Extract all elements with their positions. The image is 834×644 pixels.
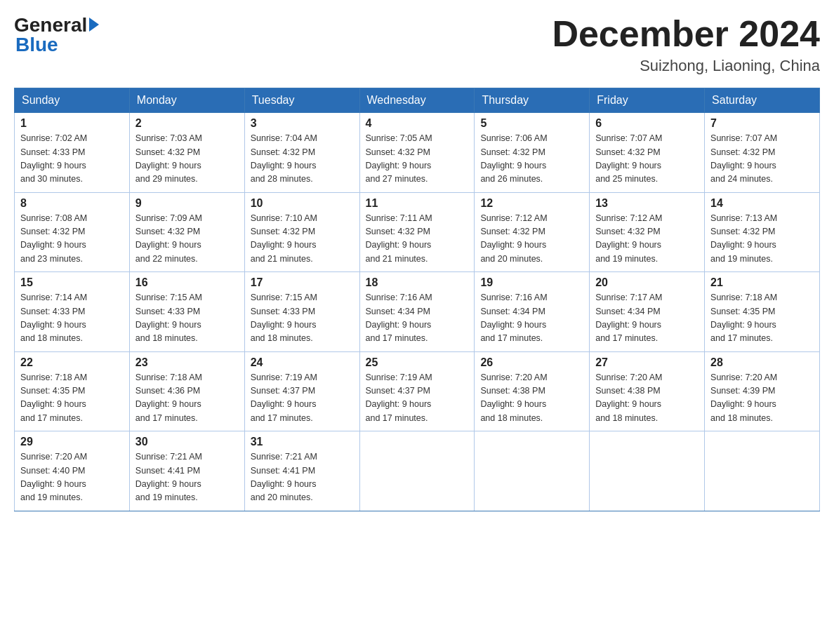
day-number: 20	[595, 276, 699, 289]
day-number: 5	[480, 117, 583, 130]
day-info: Sunrise: 7:07 AM Sunset: 4:32 PM Dayligh…	[710, 132, 814, 187]
day-number: 1	[20, 117, 124, 130]
day-info: Sunrise: 7:21 AM Sunset: 4:41 PM Dayligh…	[251, 450, 354, 505]
calendar-header-tuesday: Tuesday	[244, 88, 359, 113]
calendar-cell: 18 Sunrise: 7:16 AM Sunset: 4:34 PM Dayl…	[359, 272, 475, 352]
day-info: Sunrise: 7:04 AM Sunset: 4:32 PM Dayligh…	[251, 132, 354, 187]
calendar-cell: 11 Sunrise: 7:11 AM Sunset: 4:32 PM Dayl…	[359, 192, 475, 272]
day-info: Sunrise: 7:07 AM Sunset: 4:32 PM Dayligh…	[595, 132, 699, 187]
calendar-cell: 9 Sunrise: 7:09 AM Sunset: 4:32 PM Dayli…	[129, 192, 244, 272]
day-info: Sunrise: 7:20 AM Sunset: 4:40 PM Dayligh…	[20, 450, 124, 505]
day-info: Sunrise: 7:18 AM Sunset: 4:36 PM Dayligh…	[135, 371, 239, 426]
day-number: 9	[135, 197, 239, 210]
calendar-cell: 21 Sunrise: 7:18 AM Sunset: 4:35 PM Dayl…	[705, 272, 820, 352]
calendar-cell: 8 Sunrise: 7:08 AM Sunset: 4:32 PM Dayli…	[15, 192, 130, 272]
calendar-week-row: 1 Sunrise: 7:02 AM Sunset: 4:33 PM Dayli…	[15, 113, 820, 193]
page-header: General Blue December 2024 Suizhong, Lia…	[14, 14, 820, 75]
day-info: Sunrise: 7:15 AM Sunset: 4:33 PM Dayligh…	[251, 291, 354, 346]
day-info: Sunrise: 7:12 AM Sunset: 4:32 PM Dayligh…	[595, 212, 699, 267]
calendar-week-row: 15 Sunrise: 7:14 AM Sunset: 4:33 PM Dayl…	[15, 272, 820, 352]
calendar-cell: 2 Sunrise: 7:03 AM Sunset: 4:32 PM Dayli…	[129, 113, 244, 193]
calendar-cell: 31 Sunrise: 7:21 AM Sunset: 4:41 PM Dayl…	[244, 431, 359, 511]
day-info: Sunrise: 7:09 AM Sunset: 4:32 PM Dayligh…	[135, 212, 239, 267]
day-number: 12	[480, 197, 583, 210]
day-info: Sunrise: 7:08 AM Sunset: 4:32 PM Dayligh…	[20, 212, 124, 267]
day-number: 14	[710, 197, 814, 210]
calendar-cell: 13 Sunrise: 7:12 AM Sunset: 4:32 PM Dayl…	[590, 192, 705, 272]
calendar-cell: 4 Sunrise: 7:05 AM Sunset: 4:32 PM Dayli…	[359, 113, 475, 193]
calendar-cell: 5 Sunrise: 7:06 AM Sunset: 4:32 PM Dayli…	[475, 113, 590, 193]
calendar-cell	[590, 431, 705, 511]
day-number: 4	[366, 117, 469, 130]
calendar-cell	[705, 431, 820, 511]
calendar-cell: 20 Sunrise: 7:17 AM Sunset: 4:34 PM Dayl…	[590, 272, 705, 352]
calendar-cell: 3 Sunrise: 7:04 AM Sunset: 4:32 PM Dayli…	[244, 113, 359, 193]
day-number: 11	[366, 197, 469, 210]
day-number: 3	[251, 117, 354, 130]
day-info: Sunrise: 7:02 AM Sunset: 4:33 PM Dayligh…	[20, 132, 124, 187]
day-number: 24	[251, 356, 354, 369]
day-number: 15	[20, 276, 124, 289]
day-info: Sunrise: 7:18 AM Sunset: 4:35 PM Dayligh…	[20, 371, 124, 426]
day-number: 2	[135, 117, 239, 130]
day-info: Sunrise: 7:03 AM Sunset: 4:32 PM Dayligh…	[135, 132, 239, 187]
calendar-header-row: SundayMondayTuesdayWednesdayThursdayFrid…	[15, 88, 820, 113]
day-number: 13	[595, 197, 699, 210]
calendar-week-row: 29 Sunrise: 7:20 AM Sunset: 4:40 PM Dayl…	[15, 431, 820, 511]
day-info: Sunrise: 7:20 AM Sunset: 4:38 PM Dayligh…	[595, 371, 699, 426]
logo: General Blue	[14, 14, 100, 56]
day-number: 6	[595, 117, 699, 130]
calendar-header-wednesday: Wednesday	[359, 88, 475, 113]
calendar-cell: 10 Sunrise: 7:10 AM Sunset: 4:32 PM Dayl…	[244, 192, 359, 272]
calendar-table: SundayMondayTuesdayWednesdayThursdayFrid…	[14, 88, 820, 511]
calendar-week-row: 8 Sunrise: 7:08 AM Sunset: 4:32 PM Dayli…	[15, 192, 820, 272]
calendar-cell: 28 Sunrise: 7:20 AM Sunset: 4:39 PM Dayl…	[705, 351, 820, 431]
day-info: Sunrise: 7:10 AM Sunset: 4:32 PM Dayligh…	[251, 212, 354, 267]
calendar-cell: 26 Sunrise: 7:20 AM Sunset: 4:38 PM Dayl…	[475, 351, 590, 431]
calendar-cell: 16 Sunrise: 7:15 AM Sunset: 4:33 PM Dayl…	[129, 272, 244, 352]
day-number: 8	[20, 197, 124, 210]
day-info: Sunrise: 7:21 AM Sunset: 4:41 PM Dayligh…	[135, 450, 239, 505]
logo-arrow-icon	[89, 18, 99, 32]
calendar-header-saturday: Saturday	[705, 88, 820, 113]
day-info: Sunrise: 7:14 AM Sunset: 4:33 PM Dayligh…	[20, 291, 124, 346]
calendar-cell: 23 Sunrise: 7:18 AM Sunset: 4:36 PM Dayl…	[129, 351, 244, 431]
day-info: Sunrise: 7:05 AM Sunset: 4:32 PM Dayligh…	[366, 132, 469, 187]
day-number: 10	[251, 197, 354, 210]
calendar-cell: 27 Sunrise: 7:20 AM Sunset: 4:38 PM Dayl…	[590, 351, 705, 431]
day-number: 21	[710, 276, 814, 289]
calendar-cell: 24 Sunrise: 7:19 AM Sunset: 4:37 PM Dayl…	[244, 351, 359, 431]
day-number: 30	[135, 436, 239, 448]
calendar-cell: 15 Sunrise: 7:14 AM Sunset: 4:33 PM Dayl…	[15, 272, 130, 352]
day-info: Sunrise: 7:16 AM Sunset: 4:34 PM Dayligh…	[366, 291, 469, 346]
calendar-header-thursday: Thursday	[475, 88, 590, 113]
calendar-cell: 22 Sunrise: 7:18 AM Sunset: 4:35 PM Dayl…	[15, 351, 130, 431]
calendar-cell: 6 Sunrise: 7:07 AM Sunset: 4:32 PM Dayli…	[590, 113, 705, 193]
day-number: 7	[710, 117, 814, 130]
day-number: 17	[251, 276, 354, 289]
day-number: 19	[480, 276, 583, 289]
day-info: Sunrise: 7:20 AM Sunset: 4:39 PM Dayligh…	[710, 371, 814, 426]
calendar-cell: 17 Sunrise: 7:15 AM Sunset: 4:33 PM Dayl…	[244, 272, 359, 352]
calendar-cell: 1 Sunrise: 7:02 AM Sunset: 4:33 PM Dayli…	[15, 113, 130, 193]
day-number: 31	[251, 436, 354, 448]
calendar-cell: 25 Sunrise: 7:19 AM Sunset: 4:37 PM Dayl…	[359, 351, 475, 431]
day-number: 29	[20, 436, 124, 448]
day-info: Sunrise: 7:19 AM Sunset: 4:37 PM Dayligh…	[251, 371, 354, 426]
day-number: 27	[595, 356, 699, 369]
calendar-header-monday: Monday	[129, 88, 244, 113]
day-info: Sunrise: 7:20 AM Sunset: 4:38 PM Dayligh…	[480, 371, 583, 426]
day-info: Sunrise: 7:19 AM Sunset: 4:37 PM Dayligh…	[366, 371, 469, 426]
calendar-cell: 30 Sunrise: 7:21 AM Sunset: 4:41 PM Dayl…	[129, 431, 244, 511]
calendar-cell: 29 Sunrise: 7:20 AM Sunset: 4:40 PM Dayl…	[15, 431, 130, 511]
day-number: 28	[710, 356, 814, 369]
day-info: Sunrise: 7:12 AM Sunset: 4:32 PM Dayligh…	[480, 212, 583, 267]
day-number: 25	[366, 356, 469, 369]
day-info: Sunrise: 7:11 AM Sunset: 4:32 PM Dayligh…	[366, 212, 469, 267]
day-number: 22	[20, 356, 124, 369]
day-info: Sunrise: 7:15 AM Sunset: 4:33 PM Dayligh…	[135, 291, 239, 346]
day-number: 26	[480, 356, 583, 369]
calendar-header-sunday: Sunday	[15, 88, 130, 113]
calendar-cell: 7 Sunrise: 7:07 AM Sunset: 4:32 PM Dayli…	[705, 113, 820, 193]
day-info: Sunrise: 7:17 AM Sunset: 4:34 PM Dayligh…	[595, 291, 699, 346]
